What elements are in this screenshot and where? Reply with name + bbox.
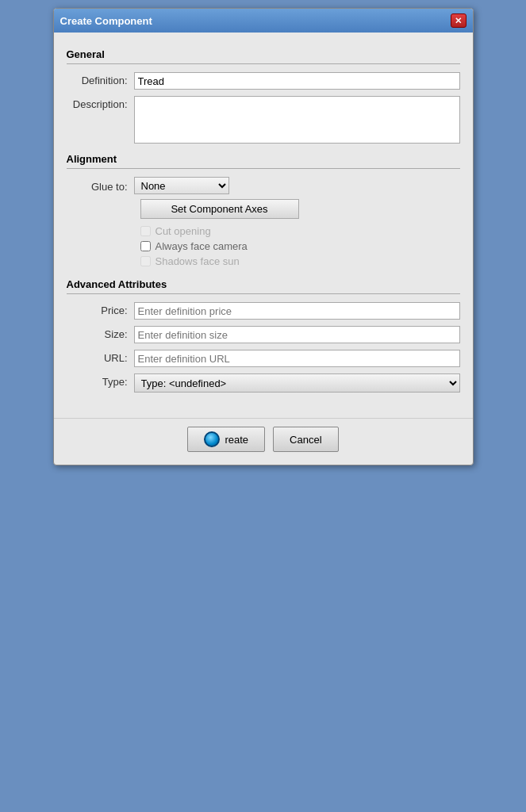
shadows-face-sun-checkbox[interactable] [140,256,151,266]
shadows-face-sun-label: Shadows face sun [155,255,240,267]
price-label: Price: [67,302,134,316]
size-input[interactable] [134,326,460,343]
alignment-section-header: Alignment [67,153,460,165]
alignment-controls: Set Component Axes Cut opening Always fa… [140,199,460,267]
url-row: URL: [67,350,460,367]
description-row: Description: [67,96,460,144]
price-row: Price: [67,302,460,320]
advanced-section-header: Advanced Attributes [67,278,460,290]
always-face-camera-label: Always face camera [155,240,248,252]
set-component-axes-button[interactable]: Set Component Axes [140,199,299,219]
always-face-camera-checkbox[interactable] [140,241,151,251]
advanced-section: Advanced Attributes Price: Size: URL: Ty… [67,278,460,393]
definition-label: Definition: [67,72,134,86]
alignment-divider [67,168,460,169]
dialog-footer: reate Cancel [54,418,473,465]
type-select-container: Type: <undefined> [134,373,460,393]
description-label: Description: [67,96,134,110]
dialog-title: Create Component [60,15,152,27]
cut-opening-label: Cut opening [155,225,211,237]
create-label: reate [225,434,248,446]
url-input[interactable] [134,350,460,367]
type-row: Type: Type: <undefined> [67,373,460,393]
advanced-divider [67,293,460,294]
create-component-dialog: Create Component ✕ General Definition: D… [53,8,474,465]
create-icon [204,431,220,447]
close-button[interactable]: ✕ [451,13,466,28]
title-bar: Create Component ✕ [54,9,473,33]
size-row: Size: [67,326,460,343]
description-textarea[interactable] [134,96,460,144]
glue-to-select[interactable]: None Any Horizontal Vertical Sloped [134,177,229,194]
create-button[interactable]: reate [187,427,265,452]
cut-opening-row: Cut opening [140,225,460,237]
type-select[interactable]: Type: <undefined> [134,373,460,393]
always-face-camera-row: Always face camera [140,240,460,252]
definition-row: Definition: [67,72,460,90]
dialog-body: General Definition: Description: Alignme… [54,33,473,412]
url-label: URL: [67,350,134,364]
cut-opening-checkbox[interactable] [140,226,151,236]
price-input[interactable] [134,302,460,320]
shadows-face-sun-row: Shadows face sun [140,255,460,267]
size-label: Size: [67,326,134,340]
definition-input[interactable] [134,72,460,90]
glue-to-label: Glue to: [67,178,134,193]
glue-to-row: Glue to: None Any Horizontal Vertical Sl… [67,177,460,194]
general-divider [67,63,460,64]
cancel-button[interactable]: Cancel [273,427,338,452]
general-section-header: General [67,48,460,60]
type-label: Type: [67,373,134,388]
